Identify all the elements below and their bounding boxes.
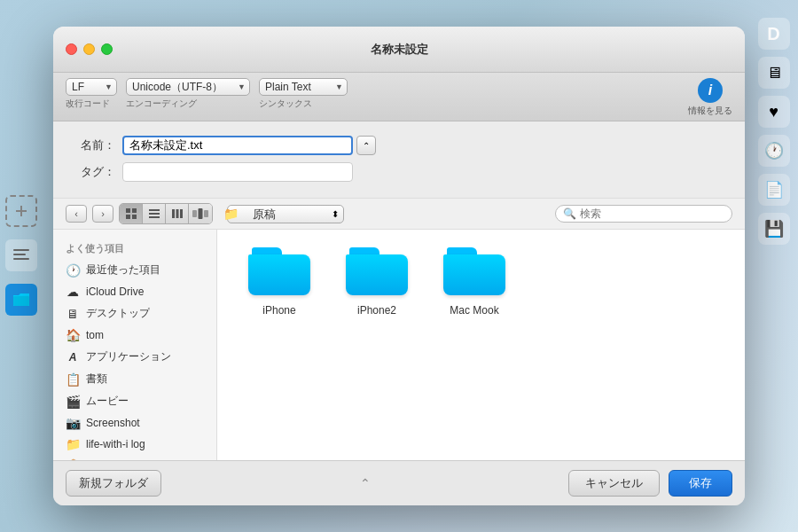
folder-iphone2-name: iPhone2 (357, 304, 396, 317)
file-grid: iPhone iPhone2 Mac Mook (217, 230, 745, 460)
encoding-select[interactable]: Unicode（UTF-8） UTF-16 Shift-JIS (126, 78, 250, 96)
syntax-select-wrap: Plain Text HTML CSS ▼ (259, 78, 348, 96)
svg-rect-2 (13, 249, 29, 251)
browser-toolbar: ‹ › (53, 198, 745, 230)
name-label: 名前： (71, 137, 115, 153)
view-grid-button[interactable] (120, 204, 143, 223)
filename-input[interactable] (122, 136, 353, 155)
chevron-button[interactable]: ⌃ (356, 136, 376, 155)
save-dialog: 名称未設定 LF CRLF CR ▼ 改行コード Unicode（UTF-8） … (53, 27, 745, 505)
encoding-label: エンコーディング (126, 98, 197, 113)
sidebar-item-icloud-label: iCloud Drive (86, 286, 144, 298)
location-wrap: 📁 原稿 デスクトップ 書類 ⬍ (218, 205, 344, 223)
icloud-icon: ☁ (66, 285, 80, 299)
view-list-button[interactable] (143, 204, 166, 223)
sidebar-item-movies[interactable]: 🎬 ムービー (53, 390, 216, 412)
sidebar-item-documents[interactable]: 📋 書類 (53, 368, 216, 390)
traffic-lights (66, 43, 113, 55)
sidebar-item-applications[interactable]: A アプリケーション (53, 346, 216, 368)
svg-rect-10 (149, 209, 160, 211)
svg-rect-8 (126, 215, 130, 219)
dock-icon-clock[interactable]: 🕐 (758, 135, 790, 167)
sidebar-item-recent[interactable]: 🕐 最近使った項目 (53, 259, 216, 281)
info-area: i 情報を見る (688, 78, 732, 121)
folder-iphone[interactable]: iPhone (244, 247, 315, 317)
location-select[interactable]: 原稿 デスクトップ 書類 (227, 205, 344, 223)
svg-rect-15 (180, 209, 183, 218)
syntax-group: Plain Text HTML CSS ▼ シンタックス (259, 78, 348, 113)
svg-rect-17 (199, 208, 203, 219)
syntax-select[interactable]: Plain Text HTML CSS (259, 78, 348, 96)
add-icon[interactable] (5, 195, 37, 227)
dock-icon-d[interactable]: D (758, 18, 790, 50)
screenshot-icon: 📷 (66, 416, 80, 430)
search-icon: 🔍 (563, 207, 576, 220)
titlebar: 名称未設定 (53, 27, 745, 73)
folder-mac-mook-icon (443, 247, 505, 297)
sidebar-item-home[interactable]: 🏠 tom (53, 325, 216, 346)
sidebar-item-dropbox[interactable]: 📦 Dropbox (53, 455, 216, 460)
browser-body: よく使う項目 🕐 最近使った項目 ☁ iCloud Drive 🖥 デスクトップ… (53, 230, 745, 460)
view-column-button[interactable] (166, 204, 189, 223)
sidebar-item-desktop[interactable]: 🖥 デスクトップ (53, 302, 216, 325)
sidebar-item-applications-label: アプリケーション (86, 349, 171, 364)
movies-icon: 🎬 (66, 395, 80, 409)
folder-iphone-name: iPhone (262, 304, 295, 317)
info-label: 情報を見る (688, 105, 732, 117)
line-ending-select-wrap: LF CRLF CR ▼ (66, 78, 117, 96)
documents-icon: 📋 (66, 372, 80, 387)
svg-rect-18 (204, 210, 208, 217)
encoding-group: Unicode（UTF-8） UTF-16 Shift-JIS ▼ エンコーディ… (126, 78, 250, 113)
sidebar-item-life-with-i[interactable]: 📁 life-with-i log (53, 434, 216, 455)
close-button[interactable] (66, 43, 77, 55)
sidebar-item-life-with-i-label: life-with-i log (86, 438, 145, 450)
life-with-i-icon: 📁 (66, 437, 80, 451)
applications-icon: A (66, 351, 80, 364)
search-box[interactable]: 🔍 (555, 205, 732, 223)
name-row: 名前： ⌃ (71, 136, 727, 155)
sidebar-item-screenshot[interactable]: 📷 Screenshot (53, 412, 216, 434)
svg-rect-16 (192, 210, 197, 217)
sidebar-item-screenshot-label: Screenshot (86, 417, 140, 429)
desktop-icon: 🖥 (66, 307, 80, 321)
action-buttons: キャンセル 保存 (568, 470, 732, 497)
dock-icon-doc1[interactable]: 📄 (758, 174, 790, 206)
svg-rect-14 (176, 209, 178, 218)
cancel-button[interactable]: キャンセル (568, 470, 660, 497)
save-button[interactable]: 保存 (669, 470, 732, 497)
window-title: 名称未設定 (371, 42, 428, 58)
svg-rect-13 (172, 209, 175, 218)
name-tag-area: 名前： ⌃ タグ： (53, 121, 745, 198)
sidebar-item-movies-label: ムービー (86, 394, 129, 409)
sidebar-item-recent-label: 最近使った項目 (86, 262, 160, 278)
right-dock: D 🖥 ♥ 🕐 📄 💾 (749, 0, 798, 532)
dock-icon-monitor[interactable]: 🖥 (758, 57, 790, 89)
sidebar-item-icloud[interactable]: ☁ iCloud Drive (53, 281, 216, 302)
tag-input[interactable] (122, 162, 353, 182)
view-coverflow-button[interactable] (189, 204, 212, 223)
forward-button[interactable]: › (92, 205, 113, 223)
folder-mac-mook-name: Mac Mook (450, 304, 498, 317)
svg-rect-12 (149, 216, 160, 218)
dropbox-icon: 📦 (66, 458, 80, 460)
sidebar-item-desktop-label: デスクトップ (86, 306, 150, 321)
line-ending-select[interactable]: LF CRLF CR (66, 78, 117, 96)
back-button[interactable]: ‹ (66, 205, 87, 223)
new-folder-button[interactable]: 新規フォルダ (66, 470, 161, 497)
folder-iphone2[interactable]: iPhone2 (341, 247, 412, 317)
svg-rect-11 (149, 213, 160, 215)
tag-row: タグ： (71, 162, 727, 182)
search-input[interactable] (580, 207, 724, 220)
folder-blue-icon[interactable] (5, 284, 37, 316)
svg-rect-6 (126, 208, 130, 213)
dock-icon-heart[interactable]: ♥ (758, 96, 790, 128)
minimize-button[interactable] (83, 43, 95, 55)
folder-iphone2-icon (346, 247, 408, 297)
maximize-button[interactable] (101, 43, 113, 55)
text-lines-icon[interactable] (5, 239, 37, 271)
dock-icon-doc2[interactable]: 💾 (758, 213, 790, 245)
recent-icon: 🕐 (66, 263, 80, 278)
folder-mac-mook[interactable]: Mac Mook (439, 247, 510, 317)
sidebar-section-header: よく使う項目 (53, 239, 216, 259)
info-button[interactable]: i (698, 78, 723, 103)
